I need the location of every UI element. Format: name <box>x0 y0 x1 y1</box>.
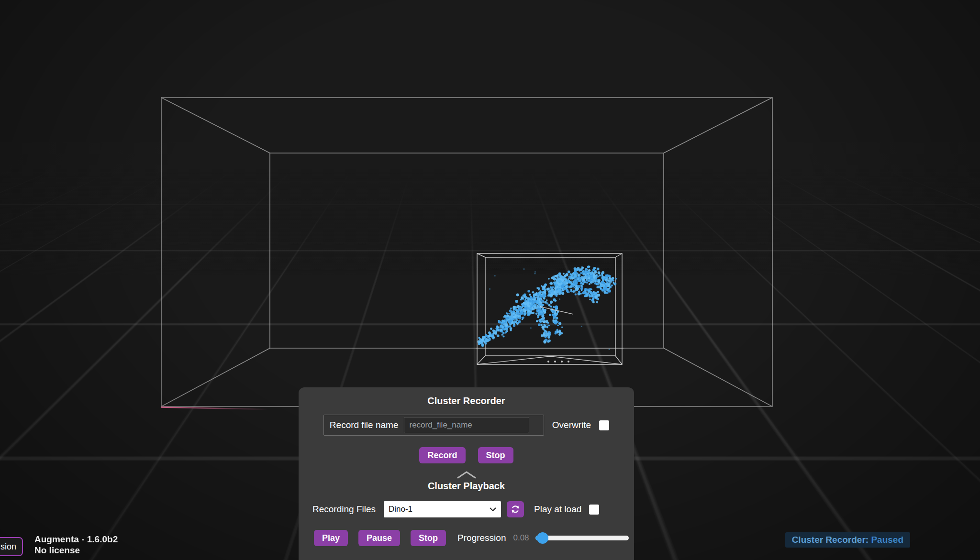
play-at-load-label: Play at load <box>534 504 581 515</box>
progression-label: Progression <box>457 533 506 543</box>
refresh-icon <box>510 504 521 515</box>
playback-stop-button[interactable]: Stop <box>411 530 446 546</box>
chevron-down-icon <box>490 507 496 511</box>
playback-collapse-toggle[interactable] <box>299 471 634 479</box>
record-file-label: Record file name <box>330 420 399 430</box>
chevron-up-icon <box>457 471 476 479</box>
version-info: Augmenta - 1.6.0b2 No license <box>34 534 118 557</box>
record-button[interactable]: Record <box>419 447 465 463</box>
refresh-recordings-button[interactable] <box>507 501 524 517</box>
record-file-input[interactable] <box>404 417 529 433</box>
record-file-box: Record file name <box>323 415 544 436</box>
record-file-row: Record file name Overwrite <box>299 415 634 436</box>
play-at-load-checkbox[interactable] <box>589 505 599 515</box>
session-button[interactable]: sion <box>0 537 23 556</box>
app-version: Augmenta - 1.6.0b2 <box>34 534 118 545</box>
stage-wireframe <box>161 98 772 406</box>
augmenta-app: Cluster Recorder Record file name Overwr… <box>0 0 980 560</box>
recording-files-selected: Dino-1 <box>389 505 412 514</box>
recording-files-select[interactable]: Dino-1 <box>384 501 501 517</box>
cluster-recorder-panel: Cluster Recorder Record file name Overwr… <box>299 387 634 560</box>
panel-title: Cluster Recorder <box>299 395 634 406</box>
license-status: No license <box>34 545 118 556</box>
playback-controls-row: Play Pause Stop Progression 0.08 <box>314 530 634 546</box>
record-buttons-row: Record Stop <box>299 447 634 463</box>
record-stop-button[interactable]: Stop <box>478 447 513 463</box>
status-value: Paused <box>871 535 903 545</box>
status-label: Cluster Recorder: <box>792 535 869 545</box>
overwrite-checkbox[interactable] <box>599 420 609 430</box>
status-bar: Cluster Recorder: Paused <box>785 532 910 548</box>
progression-value: 0.08 <box>513 533 529 543</box>
recording-files-label: Recording Files <box>312 504 376 515</box>
recording-files-row: Recording Files Dino-1 Play at load <box>312 501 634 517</box>
playback-title: Cluster Playback <box>299 481 634 492</box>
pause-button[interactable]: Pause <box>358 530 400 546</box>
overwrite-label: Overwrite <box>552 420 591 430</box>
progression-handle[interactable] <box>537 532 548 544</box>
progression-slider[interactable] <box>535 532 629 544</box>
cluster-marker-dots <box>547 361 569 362</box>
origin-axes <box>161 302 268 409</box>
progression-track <box>535 536 629 540</box>
point-cloud-dino <box>478 265 617 350</box>
play-button[interactable]: Play <box>314 530 348 546</box>
session-button-label: sion <box>0 542 16 552</box>
